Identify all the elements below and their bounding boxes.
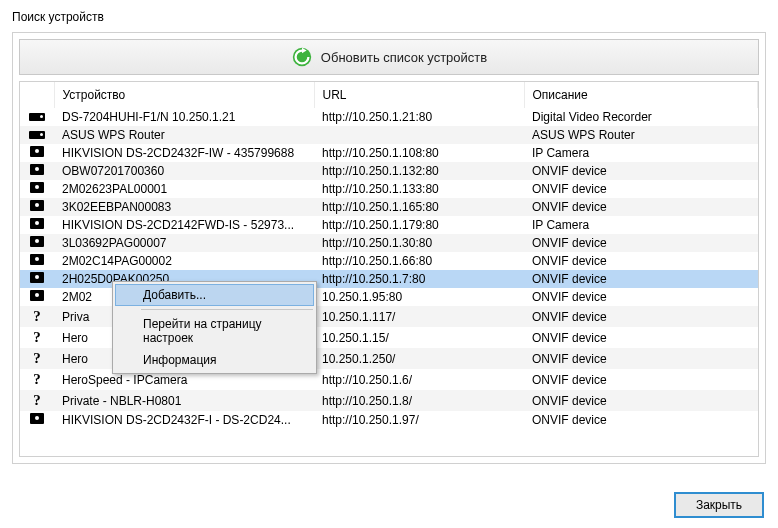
camera-icon bbox=[30, 413, 44, 424]
table-row[interactable]: 2M02623PAL00001http://10.250.1.133:80ONV… bbox=[20, 180, 758, 198]
row-icon-cell: ? bbox=[20, 390, 54, 411]
refresh-icon bbox=[291, 46, 313, 68]
url-cell bbox=[314, 126, 524, 144]
description-cell: ONVIF device bbox=[524, 327, 758, 348]
question-icon: ? bbox=[33, 308, 41, 324]
table-row[interactable]: DS-7204HUHI-F1/N 10.250.1.21http://10.25… bbox=[20, 108, 758, 126]
url-cell: http://10.250.1.30:80 bbox=[314, 234, 524, 252]
table-row[interactable]: ASUS WPS RouterASUS WPS Router bbox=[20, 126, 758, 144]
header-url[interactable]: URL bbox=[314, 82, 524, 108]
menu-item-info[interactable]: Информация bbox=[115, 349, 314, 371]
camera-icon bbox=[30, 182, 44, 193]
description-cell: ONVIF device bbox=[524, 348, 758, 369]
table-row[interactable]: ?Private - NBLR-H0801http://10.250.1.8/O… bbox=[20, 390, 758, 411]
device-cell: HIKVISION DS-2CD2432F-I - DS-2CD24... bbox=[54, 411, 314, 429]
window-title: Поиск устройств bbox=[12, 10, 766, 24]
device-cell: 2M02C14PAG00002 bbox=[54, 252, 314, 270]
device-cell: HIKVISION DS-2CD2432F-IW - 435799688 bbox=[54, 144, 314, 162]
row-icon-cell bbox=[20, 252, 54, 270]
row-icon-cell bbox=[20, 108, 54, 126]
description-cell: ONVIF device bbox=[524, 234, 758, 252]
description-cell: Digital Video Recorder bbox=[524, 108, 758, 126]
description-cell: ONVIF device bbox=[524, 306, 758, 327]
description-cell: ASUS WPS Router bbox=[524, 126, 758, 144]
camera-icon bbox=[30, 254, 44, 265]
table-row[interactable]: HIKVISION DS-2CD2432F-I - DS-2CD24...htt… bbox=[20, 411, 758, 429]
device-cell: ASUS WPS Router bbox=[54, 126, 314, 144]
dvr-icon bbox=[29, 131, 45, 139]
question-icon: ? bbox=[33, 350, 41, 366]
device-cell: DS-7204HUHI-F1/N 10.250.1.21 bbox=[54, 108, 314, 126]
url-cell: http://10.250.1.165:80 bbox=[314, 198, 524, 216]
device-cell: 3L03692PAG00007 bbox=[54, 234, 314, 252]
description-cell: ONVIF device bbox=[524, 180, 758, 198]
url-cell: 10.250.1.15/ bbox=[314, 327, 524, 348]
camera-icon bbox=[30, 200, 44, 211]
row-icon-cell: ? bbox=[20, 369, 54, 390]
description-cell: ONVIF device bbox=[524, 390, 758, 411]
camera-icon bbox=[30, 146, 44, 157]
row-icon-cell bbox=[20, 198, 54, 216]
url-cell: http://10.250.1.21:80 bbox=[314, 108, 524, 126]
row-icon-cell bbox=[20, 234, 54, 252]
row-icon-cell: ? bbox=[20, 327, 54, 348]
question-icon: ? bbox=[33, 371, 41, 387]
table-row[interactable]: HIKVISION DS-2CD2142FWD-IS - 52973...htt… bbox=[20, 216, 758, 234]
table-row[interactable]: 3K02EEBPAN00083http://10.250.1.165:80ONV… bbox=[20, 198, 758, 216]
description-cell: ONVIF device bbox=[524, 288, 758, 306]
row-icon-cell bbox=[20, 270, 54, 288]
question-icon: ? bbox=[33, 329, 41, 345]
camera-icon bbox=[30, 290, 44, 301]
camera-icon bbox=[30, 218, 44, 229]
url-cell: http://10.250.1.6/ bbox=[314, 369, 524, 390]
menu-item-open-settings[interactable]: Перейти на страницу настроек bbox=[115, 313, 314, 349]
device-cell: Private - NBLR-H0801 bbox=[54, 390, 314, 411]
url-cell: http://10.250.1.7:80 bbox=[314, 270, 524, 288]
table-row[interactable]: 2M02C14PAG00002http://10.250.1.66:80ONVI… bbox=[20, 252, 758, 270]
url-cell: 10.250.1.117/ bbox=[314, 306, 524, 327]
row-icon-cell: ? bbox=[20, 348, 54, 369]
menu-separator bbox=[141, 309, 313, 310]
device-table-wrap[interactable]: Устройство URL Описание DS-7204HUHI-F1/N… bbox=[19, 81, 759, 457]
device-cell: OBW07201700360 bbox=[54, 162, 314, 180]
camera-icon bbox=[30, 272, 44, 283]
row-icon-cell bbox=[20, 162, 54, 180]
table-row[interactable]: HIKVISION DS-2CD2432F-IW - 435799688http… bbox=[20, 144, 758, 162]
row-icon-cell bbox=[20, 411, 54, 429]
row-icon-cell bbox=[20, 144, 54, 162]
refresh-button[interactable]: Обновить список устройств bbox=[19, 39, 759, 75]
description-cell: ONVIF device bbox=[524, 411, 758, 429]
camera-icon bbox=[30, 236, 44, 247]
url-cell: 10.250.1.250/ bbox=[314, 348, 524, 369]
context-menu: Добавить... Перейти на страницу настроек… bbox=[112, 281, 317, 374]
device-cell: 2M02623PAL00001 bbox=[54, 180, 314, 198]
url-cell: http://10.250.1.133:80 bbox=[314, 180, 524, 198]
description-cell: ONVIF device bbox=[524, 252, 758, 270]
url-cell: http://10.250.1.8/ bbox=[314, 390, 524, 411]
table-row[interactable]: 3L03692PAG00007http://10.250.1.30:80ONVI… bbox=[20, 234, 758, 252]
question-icon: ? bbox=[33, 392, 41, 408]
menu-item-add[interactable]: Добавить... bbox=[115, 284, 314, 306]
table-row[interactable]: OBW07201700360http://10.250.1.132:80ONVI… bbox=[20, 162, 758, 180]
row-icon-cell bbox=[20, 180, 54, 198]
row-icon-cell: ? bbox=[20, 306, 54, 327]
description-cell: ONVIF device bbox=[524, 162, 758, 180]
description-cell: IP Camera bbox=[524, 216, 758, 234]
camera-icon bbox=[30, 164, 44, 175]
refresh-label: Обновить список устройств bbox=[321, 50, 487, 65]
description-cell: ONVIF device bbox=[524, 270, 758, 288]
device-cell: HIKVISION DS-2CD2142FWD-IS - 52973... bbox=[54, 216, 314, 234]
description-cell: ONVIF device bbox=[524, 369, 758, 390]
close-button[interactable]: Закрыть bbox=[674, 492, 764, 518]
row-icon-cell bbox=[20, 126, 54, 144]
url-cell: 10.250.1.95:80 bbox=[314, 288, 524, 306]
url-cell: http://10.250.1.179:80 bbox=[314, 216, 524, 234]
dvr-icon bbox=[29, 113, 45, 121]
url-cell: http://10.250.1.132:80 bbox=[314, 162, 524, 180]
row-icon-cell bbox=[20, 288, 54, 306]
header-icon[interactable] bbox=[20, 82, 54, 108]
header-device[interactable]: Устройство bbox=[54, 82, 314, 108]
description-cell: ONVIF device bbox=[524, 198, 758, 216]
header-description[interactable]: Описание bbox=[524, 82, 758, 108]
device-table: Устройство URL Описание DS-7204HUHI-F1/N… bbox=[20, 82, 758, 429]
